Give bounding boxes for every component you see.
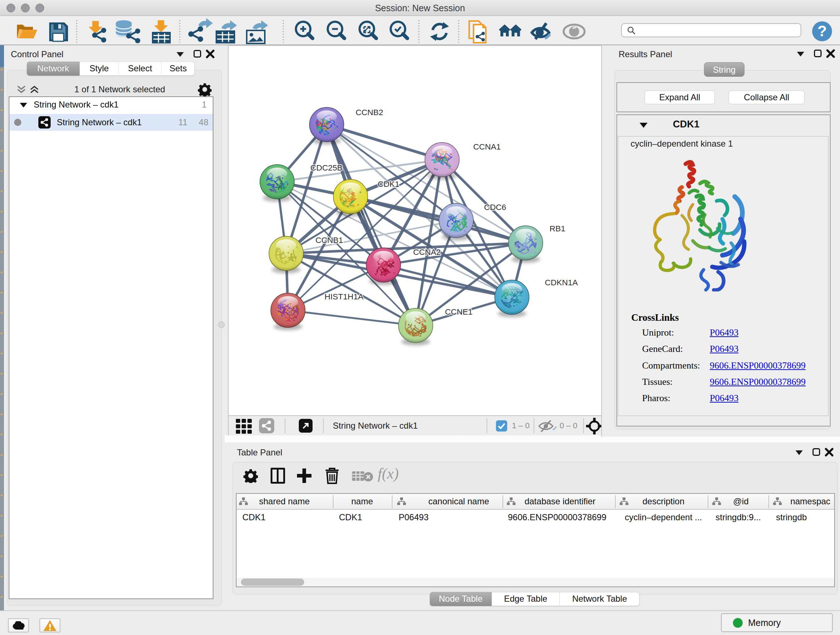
svg-text:CDK1: CDK1 bbox=[378, 180, 399, 188]
svg-text:HIST1H1A: HIST1H1A bbox=[325, 292, 363, 301]
svg-text:CDC25B: CDC25B bbox=[310, 163, 343, 172]
svg-text:CDC6: CDC6 bbox=[484, 203, 506, 212]
svg-text:CCNA1: CCNA1 bbox=[473, 142, 501, 151]
svg-text:RB1: RB1 bbox=[549, 224, 565, 233]
svg-text:CCNB2: CCNB2 bbox=[355, 108, 383, 117]
svg-text:CCNE1: CCNE1 bbox=[445, 307, 472, 317]
svg-text:CCNB1: CCNB1 bbox=[316, 236, 343, 245]
svg-text:CDKN1A: CDKN1A bbox=[545, 278, 578, 287]
svg-text:CCNA2: CCNA2 bbox=[413, 248, 441, 257]
